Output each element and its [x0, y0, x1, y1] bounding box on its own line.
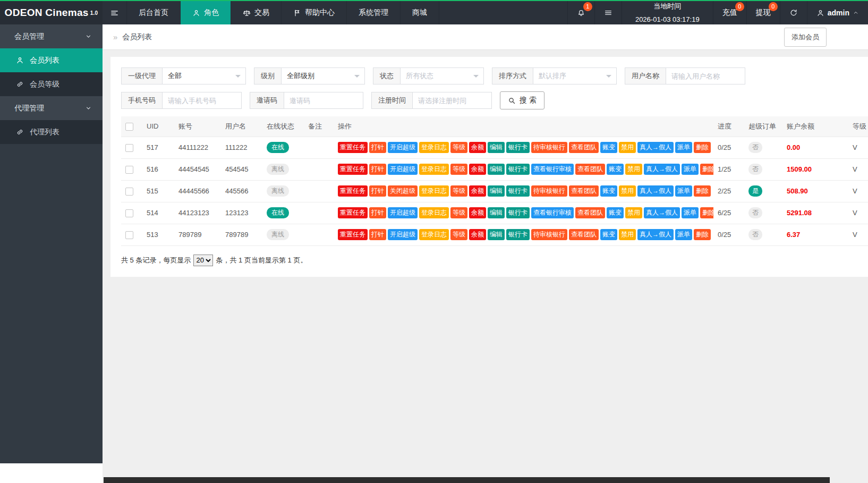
horizontal-scrollbar[interactable]: [104, 477, 830, 483]
action-button[interactable]: 派单: [675, 229, 692, 240]
action-button[interactable]: 开启超级: [388, 207, 418, 218]
action-button[interactable]: 编辑: [488, 229, 505, 240]
sidebar-group[interactable]: 代理管理: [0, 96, 103, 120]
action-button[interactable]: 真人→假人: [637, 229, 674, 240]
action-button[interactable]: 等级: [450, 164, 467, 175]
filter-input[interactable]: [412, 92, 492, 109]
action-button[interactable]: 真人→假人: [637, 142, 674, 153]
action-button[interactable]: 打针: [369, 142, 386, 153]
action-button[interactable]: 账变: [600, 185, 617, 197]
action-button[interactable]: 银行卡: [506, 142, 530, 153]
action-button[interactable]: 待审核银行: [531, 185, 567, 197]
filter-select[interactable]: 所有状态: [400, 67, 484, 84]
action-button[interactable]: 查看团队: [569, 229, 599, 240]
notifications-button[interactable]: 1: [567, 1, 594, 24]
action-button[interactable]: 银行卡: [506, 207, 530, 218]
action-button[interactable]: 派单: [675, 142, 692, 153]
action-button[interactable]: 账变: [607, 164, 624, 175]
filter-input[interactable]: [666, 67, 745, 84]
sidebar-group[interactable]: 会员管理: [0, 24, 103, 48]
action-button[interactable]: 编辑: [488, 185, 505, 197]
action-button[interactable]: 打针: [369, 164, 386, 175]
action-button[interactable]: 开启超级: [388, 164, 418, 175]
row-checkbox[interactable]: [125, 188, 133, 196]
action-button[interactable]: 等级: [450, 142, 467, 153]
user-menu[interactable]: admin: [807, 1, 868, 24]
action-button[interactable]: 删除: [694, 142, 711, 153]
action-button[interactable]: 查看团队: [575, 207, 605, 218]
action-button[interactable]: 禁用: [625, 207, 642, 218]
action-button[interactable]: 登录日志: [419, 164, 449, 175]
action-button[interactable]: 银行卡: [506, 164, 530, 175]
action-button[interactable]: 待审核银行: [531, 229, 567, 240]
action-button[interactable]: 真人→假人: [644, 164, 680, 175]
action-button[interactable]: 查看团队: [575, 164, 605, 175]
action-button[interactable]: 银行卡: [506, 185, 530, 197]
action-button[interactable]: 余额: [469, 229, 486, 240]
page-size-select[interactable]: 20: [193, 255, 213, 266]
action-button[interactable]: 登录日志: [419, 229, 449, 240]
action-button[interactable]: 等级: [450, 207, 467, 218]
action-button[interactable]: 开启超级: [388, 229, 418, 240]
recharge-button[interactable]: 充值 0: [713, 1, 746, 24]
filter-select[interactable]: 全部: [162, 67, 246, 84]
action-button[interactable]: 编辑: [488, 164, 505, 175]
action-button[interactable]: 余额: [469, 185, 486, 197]
action-button[interactable]: 禁用: [619, 185, 636, 197]
action-button[interactable]: 真人→假人: [644, 207, 680, 218]
action-button[interactable]: 重置任务: [338, 142, 368, 153]
action-button[interactable]: 重置任务: [338, 229, 368, 240]
action-button[interactable]: 派单: [682, 207, 699, 218]
action-button[interactable]: 编辑: [488, 207, 505, 218]
row-checkbox[interactable]: [125, 209, 133, 217]
nav-item[interactable]: 商城: [401, 1, 439, 24]
filter-input[interactable]: [284, 92, 363, 109]
action-button[interactable]: 银行卡: [506, 229, 530, 240]
action-button[interactable]: 重置任务: [338, 207, 368, 218]
filter-input[interactable]: [162, 92, 242, 109]
action-button[interactable]: 账变: [607, 207, 624, 218]
action-button[interactable]: 等级: [450, 229, 467, 240]
action-button[interactable]: 账变: [600, 229, 617, 240]
nav-item[interactable]: 系统管理: [347, 1, 401, 24]
action-button[interactable]: 登录日志: [419, 185, 449, 197]
action-button[interactable]: 登录日志: [419, 142, 449, 153]
quick-list-button[interactable]: [594, 1, 622, 24]
action-button[interactable]: 待审核银行: [531, 142, 567, 153]
sidebar-item[interactable]: 会员列表: [0, 48, 103, 72]
action-button[interactable]: 打针: [369, 185, 386, 197]
action-button[interactable]: 重置任务: [338, 164, 368, 175]
action-button[interactable]: 重置任务: [338, 185, 368, 197]
action-button[interactable]: 关闭超级: [388, 185, 418, 197]
action-button[interactable]: 查看银行审核: [531, 164, 574, 175]
action-button[interactable]: 开启超级: [388, 142, 418, 153]
action-button[interactable]: 禁用: [625, 164, 642, 175]
action-button[interactable]: 派单: [675, 185, 692, 197]
action-button[interactable]: 查看银行审核: [531, 207, 574, 218]
nav-item[interactable]: 帮助中心: [282, 1, 347, 24]
action-button[interactable]: 打针: [369, 229, 386, 240]
nav-item[interactable]: 角色: [181, 1, 231, 24]
add-member-button[interactable]: 添加会员: [784, 28, 827, 47]
row-checkbox[interactable]: [125, 144, 133, 152]
action-button[interactable]: 查看团队: [569, 142, 599, 153]
action-button[interactable]: 查看团队: [569, 185, 599, 197]
select-all-checkbox[interactable]: [125, 123, 133, 131]
action-button[interactable]: 禁用: [619, 142, 636, 153]
action-button[interactable]: 余额: [469, 207, 486, 218]
nav-item[interactable]: 后台首页: [127, 1, 181, 24]
nav-item[interactable]: 交易: [231, 1, 282, 24]
withdraw-button[interactable]: 提现 0: [746, 1, 780, 24]
action-button[interactable]: 等级: [450, 185, 467, 197]
action-button[interactable]: 登录日志: [419, 207, 449, 218]
action-button[interactable]: 禁用: [619, 229, 636, 240]
row-checkbox[interactable]: [125, 166, 133, 174]
action-button[interactable]: 余额: [469, 164, 486, 175]
filter-select[interactable]: 默认排序: [533, 67, 617, 84]
action-button[interactable]: 派单: [682, 164, 699, 175]
action-button[interactable]: 删除: [700, 207, 713, 218]
refresh-button[interactable]: [780, 1, 807, 24]
filter-select[interactable]: 全部级别: [281, 67, 365, 84]
sidebar-item[interactable]: 会员等级: [0, 72, 103, 96]
action-button[interactable]: 删除: [700, 164, 713, 175]
